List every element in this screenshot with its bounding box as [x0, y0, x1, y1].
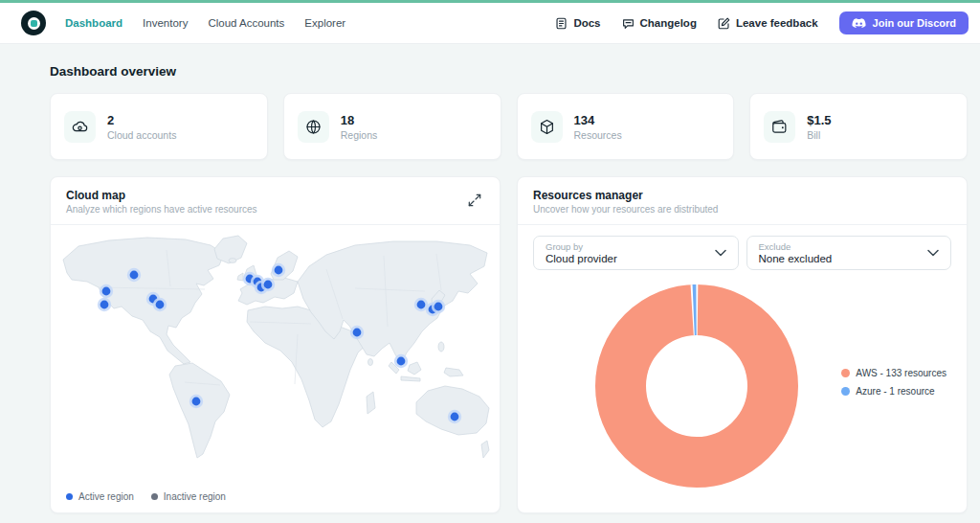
- inactive-region-label: Inactive region: [164, 491, 226, 502]
- nav-link-dashboard[interactable]: Dashboard: [63, 13, 124, 33]
- active-region-label: Active region: [78, 491, 134, 502]
- legend-color-dot: [841, 369, 850, 377]
- leave-feedback-label: Leave feedback: [736, 17, 818, 29]
- stat-value: 134: [574, 113, 622, 127]
- resources-manager-title: Resources manager: [533, 189, 718, 202]
- primary-nav: Dashboard Inventory Cloud Accounts Explo…: [63, 13, 347, 33]
- stat-value: 2: [107, 113, 176, 127]
- active-region-dot: [66, 493, 73, 500]
- discord-icon: [852, 18, 866, 29]
- nav-link-cloud-accounts[interactable]: Cloud Accounts: [206, 13, 286, 33]
- join-discord-button[interactable]: Join our Discord: [839, 11, 969, 34]
- cube-icon: [531, 111, 563, 143]
- stat-label: Cloud accounts: [107, 129, 176, 141]
- main-row: Cloud map Analyze which regions have act…: [50, 176, 968, 513]
- active-region-map-dot[interactable]: [156, 301, 165, 309]
- active-region-map-dot[interactable]: [264, 281, 273, 289]
- legend-label: Azure - 1 resource: [856, 386, 934, 397]
- stat-value: $1.5: [807, 113, 831, 127]
- stat-label: Bill: [807, 129, 831, 141]
- nav-link-inventory[interactable]: Inventory: [141, 13, 189, 33]
- active-region-map-dot[interactable]: [397, 357, 406, 366]
- legend-color-dot: [841, 387, 850, 396]
- stat-card-resources: 134 Resources: [517, 93, 735, 160]
- exclude-value: None excluded: [759, 253, 833, 265]
- stat-card-regions: 18 Regions: [283, 93, 501, 160]
- active-region-map-dot[interactable]: [192, 398, 201, 406]
- docs-icon: [555, 17, 568, 30]
- leave-feedback-button[interactable]: Leave feedback: [718, 17, 818, 30]
- join-discord-label: Join our Discord: [873, 17, 956, 29]
- group-by-value: Cloud provider: [546, 253, 617, 265]
- globe-icon: [298, 111, 329, 143]
- group-by-select[interactable]: Group by Cloud provider: [533, 236, 739, 270]
- wallet-icon: [764, 111, 795, 143]
- changelog-label: Changelog: [640, 17, 697, 29]
- exclude-select[interactable]: Exclude None excluded: [746, 236, 952, 270]
- donut-legend-item-azure: Azure - 1 resource: [841, 386, 947, 397]
- stat-label: Regions: [341, 129, 378, 141]
- expand-icon: [468, 193, 481, 207]
- cloud-icon: [64, 111, 96, 143]
- map-legend: Active region Inactive region: [51, 491, 500, 512]
- stat-texts: $1.5 Bill: [807, 113, 831, 141]
- active-region-map-dot[interactable]: [102, 287, 111, 296]
- changelog-icon: [622, 17, 635, 30]
- stat-texts: 134 Resources: [574, 113, 622, 141]
- logo-core: [31, 20, 37, 27]
- cloud-map-subtitle: Analyze which regions have active resour…: [66, 204, 257, 216]
- expand-map-button[interactable]: [465, 191, 484, 210]
- docs-button[interactable]: Docs: [555, 17, 600, 30]
- dashboard-page: Dashboard overview 2 Cloud accounts: [0, 64, 980, 523]
- top-navbar: Dashboard Inventory Cloud Accounts Explo…: [0, 3, 980, 44]
- exclude-label: Exclude: [759, 241, 833, 252]
- resources-donut-chart[interactable]: [590, 280, 803, 492]
- chevron-down-icon: [715, 249, 726, 257]
- exclude-texts: Exclude None excluded: [759, 241, 833, 265]
- cloud-map-title: Cloud map: [66, 189, 257, 202]
- resources-manager-header: Resources manager Uncover how your resou…: [518, 177, 967, 225]
- page-title: Dashboard overview: [50, 64, 968, 79]
- stat-label: Resources: [574, 129, 622, 141]
- resources-chart-area: AWS - 133 resourcesAzure - 1 resource: [518, 278, 967, 512]
- chevron-down-icon: [927, 249, 939, 257]
- cloud-map-header: Cloud map Analyze which regions have act…: [51, 177, 500, 225]
- active-region-map-dot[interactable]: [417, 301, 426, 309]
- stat-texts: 2 Cloud accounts: [107, 113, 176, 141]
- stat-card-bill: $1.5 Bill: [749, 93, 968, 160]
- active-region-map-dot[interactable]: [275, 266, 283, 275]
- komiser-logo[interactable]: [21, 11, 46, 35]
- legend-inactive-region: Inactive region: [151, 491, 226, 502]
- logo-ring: [28, 17, 40, 30]
- active-region-map-dot[interactable]: [130, 271, 139, 280]
- stat-value: 18: [341, 113, 378, 127]
- donut-legend-item-aws: AWS - 133 resources: [841, 368, 947, 378]
- group-by-texts: Group by Cloud provider: [546, 241, 617, 265]
- active-region-map-dot[interactable]: [434, 303, 443, 311]
- legend-label: AWS - 133 resources: [856, 368, 947, 378]
- legend-active-region: Active region: [66, 491, 134, 502]
- donut-legend: AWS - 133 resourcesAzure - 1 resource: [841, 368, 947, 397]
- inactive-region-dot: [151, 493, 158, 500]
- group-by-label: Group by: [546, 241, 617, 252]
- active-region-map-dot[interactable]: [353, 329, 362, 337]
- changelog-button[interactable]: Changelog: [622, 17, 697, 30]
- resources-manager-filters: Group by Cloud provider Exclude None exc…: [533, 236, 951, 270]
- nav-link-explorer[interactable]: Explorer: [302, 13, 347, 33]
- stats-row: 2 Cloud accounts 18 Regions: [50, 93, 968, 160]
- stat-texts: 18 Regions: [341, 113, 378, 141]
- resources-manager-header-text: Resources manager Uncover how your resou…: [533, 189, 718, 216]
- feedback-icon: [718, 17, 730, 30]
- docs-label: Docs: [573, 17, 600, 29]
- navbar-actions: Docs Changelog Leave feedback: [555, 11, 969, 34]
- resources-manager-subtitle: Uncover how your resources are distribut…: [533, 204, 718, 216]
- cloud-map-panel: Cloud map Analyze which regions have act…: [50, 176, 501, 513]
- active-region-map-dot[interactable]: [100, 301, 109, 309]
- resources-manager-panel: Resources manager Uncover how your resou…: [517, 176, 968, 513]
- active-region-map-dot[interactable]: [451, 413, 459, 421]
- stat-card-cloud-accounts: 2 Cloud accounts: [50, 93, 268, 160]
- cloud-map-header-text: Cloud map Analyze which regions have act…: [66, 189, 257, 216]
- world-map: [51, 225, 500, 491]
